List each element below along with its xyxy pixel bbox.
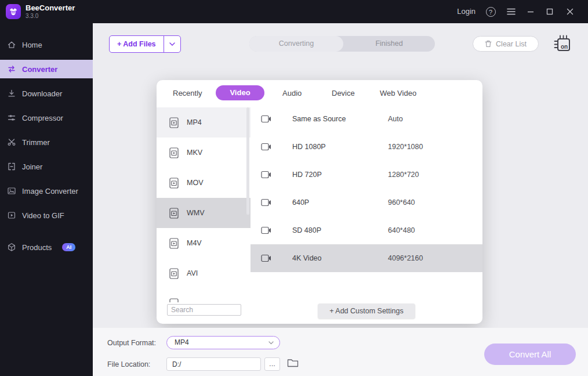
sidebar-item-products[interactable]: Products AI xyxy=(0,238,93,256)
sidebar-item-label: Image Converter xyxy=(22,187,78,196)
open-folder-button[interactable] xyxy=(287,358,299,367)
sidebar-item-label: Trimmer xyxy=(22,138,50,147)
app-title: BeeConverter xyxy=(26,3,75,12)
tab-web-video[interactable]: Web Video xyxy=(380,89,416,97)
gif-icon xyxy=(7,211,16,220)
file-format-icon xyxy=(169,298,179,303)
sidebar-item-compressor[interactable]: Compressor xyxy=(0,109,93,127)
output-format-dialog: Recently Video Audio Device Web Video MP… xyxy=(157,80,482,324)
tab-video[interactable]: Video xyxy=(216,85,264,100)
resolution-item-hd-720p[interactable]: HD 720P 1280*720 xyxy=(251,161,482,189)
add-custom-settings-button[interactable]: + Add Custom Settings xyxy=(318,303,415,319)
sidebar-item-label: Downloader xyxy=(22,89,62,98)
video-res-icon xyxy=(261,143,271,151)
hamburger-icon xyxy=(507,8,516,15)
minimize-button[interactable] xyxy=(521,0,540,23)
sidebar-item-image-converter[interactable]: Image Converter xyxy=(0,182,93,200)
resolution-name: 640P xyxy=(292,198,388,207)
format-item-mkv[interactable]: MKV xyxy=(157,138,251,168)
resolution-value: Auto xyxy=(388,115,403,123)
resolution-item-same-as-source[interactable]: Same as Source Auto xyxy=(251,105,482,133)
resolution-item-sd-480p[interactable]: SD 480P 640*480 xyxy=(251,216,482,244)
app-version: 3.3.0 xyxy=(26,13,38,19)
output-format-select[interactable]: MP4 xyxy=(166,336,280,349)
format-list-scrollbar[interactable] xyxy=(246,107,249,215)
menu-button[interactable] xyxy=(502,0,520,23)
maximize-button[interactable] xyxy=(540,0,559,23)
gpu-on-label: on xyxy=(561,44,568,50)
resolution-item-640p[interactable]: 640P 960*640 xyxy=(251,189,482,216)
sidebar-item-home[interactable]: Home xyxy=(0,35,93,54)
format-label: MOV xyxy=(187,179,203,187)
search-input[interactable] xyxy=(167,304,241,316)
close-button[interactable] xyxy=(561,0,579,23)
clear-list-button[interactable]: Clear List xyxy=(473,36,539,52)
file-location-input[interactable] xyxy=(166,357,261,371)
tab-finished[interactable]: Finished xyxy=(343,36,435,52)
sidebar-item-label: Home xyxy=(22,41,42,49)
format-item-avi[interactable]: AVI xyxy=(157,258,251,288)
format-item-partial[interactable] xyxy=(157,288,251,302)
format-item-m4v[interactable]: M4V xyxy=(157,228,251,258)
resolution-value: 960*640 xyxy=(388,198,415,207)
resolution-name: HD 720P xyxy=(292,171,388,179)
home-icon xyxy=(7,40,16,49)
file-format-icon xyxy=(169,178,179,189)
queue-tabs: Converting Finished xyxy=(249,36,435,52)
file-location-label: File Location: xyxy=(107,360,150,368)
gpu-chip-icon: on xyxy=(552,33,574,55)
sidebar-item-label: Products xyxy=(22,243,52,252)
browse-more-button[interactable]: ... xyxy=(264,357,280,371)
help-button[interactable]: ? xyxy=(481,0,500,23)
sidebar-item-trimmer[interactable]: Trimmer xyxy=(0,133,93,151)
format-label: M4V xyxy=(187,239,202,247)
sidebar-item-joiner[interactable]: Joiner xyxy=(0,157,93,176)
tab-converting[interactable]: Converting xyxy=(249,36,343,52)
format-label: AVI xyxy=(187,269,198,277)
output-format-value: MP4 xyxy=(175,338,189,346)
sidebar: Home Converter Downloader xyxy=(0,23,93,376)
convert-all-button[interactable]: Convert All xyxy=(484,344,576,365)
converter-icon xyxy=(7,64,16,74)
resolution-list: Same as Source Auto HD 1080P 1920*1080 H… xyxy=(251,105,482,272)
tab-device[interactable]: Device xyxy=(332,89,355,97)
minimize-icon xyxy=(527,8,534,15)
chevron-down-icon xyxy=(169,42,175,46)
format-label: MP4 xyxy=(187,118,202,126)
login-link[interactable]: Login xyxy=(457,0,476,23)
format-item-wmv[interactable]: WMV xyxy=(157,198,251,228)
resolution-value: 1280*720 xyxy=(388,171,419,179)
format-item-mov[interactable]: MOV xyxy=(157,168,251,198)
file-format-icon xyxy=(169,208,179,219)
clear-list-label: Clear List xyxy=(496,40,527,48)
format-label: WMV xyxy=(187,209,205,217)
resolution-value: 4096*2160 xyxy=(388,254,423,262)
folder-icon xyxy=(287,358,299,367)
video-res-icon xyxy=(261,198,271,207)
format-list: MP4 MKV MOV xyxy=(157,107,251,302)
app-window: BeeConverter 3.3.0 Login ? xyxy=(0,0,588,376)
sidebar-item-label: Compressor xyxy=(22,114,63,122)
resolution-value: 1920*1080 xyxy=(388,143,423,151)
resolution-name: SD 480P xyxy=(292,226,388,234)
ai-badge: AI xyxy=(62,243,75,251)
maximize-icon xyxy=(546,8,553,15)
tab-recently[interactable]: Recently xyxy=(173,89,202,97)
add-files-dropdown-button[interactable] xyxy=(164,36,180,52)
sidebar-item-label: Converter xyxy=(22,65,57,74)
sidebar-item-label: Video to GIF xyxy=(22,211,64,220)
resolution-name: 4K Video xyxy=(292,254,388,262)
bee-icon xyxy=(9,7,18,16)
gpu-acceleration-toggle[interactable]: on xyxy=(552,33,574,55)
resolution-item-hd-1080p[interactable]: HD 1080P 1920*1080 xyxy=(251,133,482,161)
resolution-name: HD 1080P xyxy=(292,143,388,151)
scissors-icon xyxy=(7,138,16,147)
tab-audio[interactable]: Audio xyxy=(282,89,302,97)
sidebar-item-downloader[interactable]: Downloader xyxy=(0,84,93,103)
format-item-mp4[interactable]: MP4 xyxy=(157,107,251,138)
file-format-icon xyxy=(169,117,179,128)
sidebar-item-video-to-gif[interactable]: Video to GIF xyxy=(0,206,93,225)
sidebar-item-converter[interactable]: Converter xyxy=(0,60,93,78)
resolution-item-4k-video[interactable]: 4K Video 4096*2160 xyxy=(251,244,482,272)
add-files-button[interactable]: + Add Files xyxy=(110,36,164,52)
